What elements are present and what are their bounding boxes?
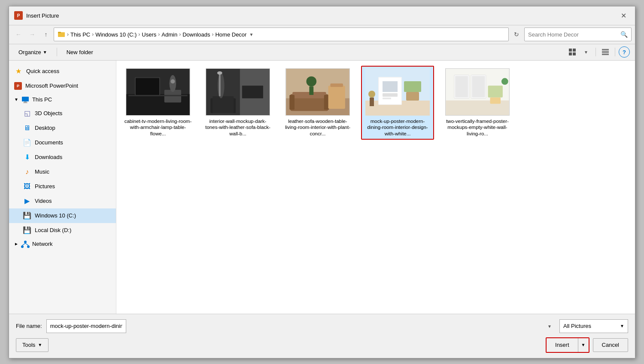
chevron-right-icon: ► [14, 242, 18, 246]
help-button[interactable]: ? [619, 46, 630, 58]
svg-rect-24 [128, 95, 187, 96]
drive-c-icon: 💾 [23, 211, 31, 220]
file-item-4[interactable]: mock-up-poster-modern-dining-room-interi… [361, 66, 434, 140]
bottom-bar: File name: mock-up-poster-modern-dining-… [9, 314, 635, 358]
sidebar: ★ Quick access P Microsoft PowerPoint ▼ … [9, 61, 116, 314]
svg-point-64 [501, 78, 508, 85]
svg-point-25 [170, 79, 175, 83]
svg-rect-10 [22, 97, 29, 101]
back-button[interactable]: ← [12, 28, 24, 40]
svg-rect-50 [383, 93, 398, 97]
sidebar-item-pictures[interactable]: 🖼 Pictures [9, 179, 116, 194]
svg-point-23 [170, 75, 176, 92]
search-icon[interactable]: 🔍 [620, 31, 628, 38]
insert-picture-dialog: P Insert Picture ✕ ← → ↑ › This PC › Win… [9, 6, 635, 358]
file-thumbnail-3 [286, 68, 350, 116]
sidebar-item-videos[interactable]: ▶ Videos [9, 194, 116, 208]
breadcrumb-homedecor[interactable]: Home Decor [215, 31, 246, 38]
view-large-icon-button[interactable] [566, 46, 578, 58]
svg-rect-21 [136, 78, 159, 95]
sidebar-item-this-pc[interactable]: ▼ This PC [9, 93, 116, 106]
svg-point-15 [27, 245, 30, 248]
breadcrumb-winc[interactable]: Windows 10 (C:) [95, 31, 137, 38]
forward-button[interactable]: → [26, 28, 38, 40]
sidebar-item-windows-c[interactable]: 💾 Windows 10 (C:) [9, 208, 116, 223]
breadcrumb-thispc[interactable]: This PC [70, 31, 90, 38]
sidebar-item-powerpoint[interactable]: P Microsoft PowerPoint [9, 79, 116, 93]
breadcrumb-arrow-4: › [158, 31, 160, 37]
toolbar: Organize ▼ New folder ▼ [9, 44, 635, 61]
organize-button[interactable]: Organize ▼ [14, 46, 52, 58]
up-button[interactable]: ↑ [40, 28, 52, 40]
file-type-chevron: ▼ [620, 324, 624, 328]
file-item-5[interactable]: two-vertically-framed-poster-mockups-emp… [441, 66, 514, 140]
organize-label: Organize [18, 49, 41, 55]
toolbar-separator-1 [57, 48, 57, 56]
sidebar-item-documents[interactable]: 📄 Documents [9, 135, 116, 150]
main-content: ★ Quick access P Microsoft PowerPoint ▼ … [9, 61, 635, 314]
svg-rect-11 [24, 101, 27, 102]
file-name-input[interactable] [46, 319, 126, 333]
insert-dropdown-button[interactable]: ▼ [578, 338, 589, 352]
sidebar-label-3d-objects: 3D Objects [35, 110, 62, 116]
file-item-3[interactable]: leather-sofa-wooden-table-living-room-in… [281, 66, 354, 140]
filename-dropdown-btn[interactable]: ▼ [547, 324, 552, 328]
breadcrumb-arrow-1: › [67, 31, 69, 37]
cancel-button[interactable]: Cancel [593, 338, 628, 352]
svg-rect-62 [488, 86, 503, 97]
file-name-5: two-vertically-framed-poster-mockups-emp… [444, 118, 511, 138]
svg-rect-9 [602, 54, 609, 55]
breadcrumb-arrow-5: › [179, 31, 181, 37]
sidebar-item-desktop[interactable]: 🖥 Desktop [9, 121, 116, 135]
new-folder-button[interactable]: New folder [62, 46, 97, 58]
pictures-icon: 🖼 [23, 182, 31, 191]
thumbnail-svg-5 [446, 69, 509, 115]
breadcrumb-users[interactable]: Users [142, 31, 156, 38]
sidebar-item-network[interactable]: ► Network [9, 238, 116, 251]
svg-rect-44 [309, 86, 313, 95]
file-item-2[interactable]: interior-wall-mockup-dark-tones-with-lea… [201, 66, 274, 140]
tools-button[interactable]: Tools ▼ [16, 338, 49, 352]
sidebar-item-quick-access[interactable]: ★ Quick access [9, 64, 116, 79]
file-type-label: All Pictures [563, 323, 591, 329]
drive-d-icon: 💾 [23, 226, 31, 235]
svg-point-43 [306, 76, 316, 86]
search-input[interactable] [528, 31, 619, 38]
thumbnail-svg-1 [126, 69, 190, 115]
svg-rect-8 [602, 52, 609, 53]
powerpoint-icon: P [14, 82, 22, 90]
sidebar-item-music[interactable]: ♪ Music [9, 165, 116, 179]
close-button[interactable]: ✕ [617, 9, 630, 22]
file-item-1[interactable]: cabinet-tv-modern-living-room-with-armch… [122, 66, 194, 140]
sidebar-item-3d-objects[interactable]: ◱ 3D Objects [9, 106, 116, 121]
folder-icon [58, 31, 65, 38]
sidebar-label-downloads: Downloads [35, 154, 62, 160]
insert-button-group: Insert ▼ [546, 337, 589, 353]
breadcrumb-dropdown[interactable]: ▼ [249, 32, 253, 37]
music-icon: ♪ [23, 168, 31, 176]
breadcrumb-admin[interactable]: Admin [161, 31, 177, 38]
file-thumbnail-5 [445, 68, 510, 116]
tools-label: Tools [22, 342, 35, 348]
refresh-button[interactable]: ↻ [510, 28, 522, 40]
tools-chevron: ▼ [38, 343, 42, 347]
star-icon: ★ [14, 67, 23, 76]
file-name-2: interior-wall-mockup-dark-tones-with-lea… [204, 118, 272, 138]
svg-rect-3 [573, 49, 576, 52]
sidebar-item-downloads[interactable]: ⬇ Downloads [9, 150, 116, 165]
view-dropdown-button[interactable]: ▼ [580, 46, 592, 58]
svg-rect-55 [370, 98, 374, 106]
breadcrumb-arrow-3: › [138, 31, 140, 37]
breadcrumb-arrow-6: › [212, 31, 213, 37]
sidebar-label-powerpoint: Microsoft PowerPoint [25, 83, 78, 89]
thumbnail-svg-4 [365, 68, 430, 116]
file-type-dropdown[interactable]: All Pictures ▼ [559, 319, 628, 333]
svg-point-13 [24, 241, 27, 243]
breadcrumb-downloads[interactable]: Downloads [182, 31, 210, 38]
svg-point-14 [21, 245, 24, 248]
sidebar-item-local-d[interactable]: 💾 Local Disk (D:) [9, 223, 116, 238]
svg-line-17 [25, 243, 28, 245]
insert-button[interactable]: Insert [547, 338, 578, 352]
svg-rect-12 [23, 102, 27, 103]
details-view-button[interactable] [599, 46, 611, 58]
